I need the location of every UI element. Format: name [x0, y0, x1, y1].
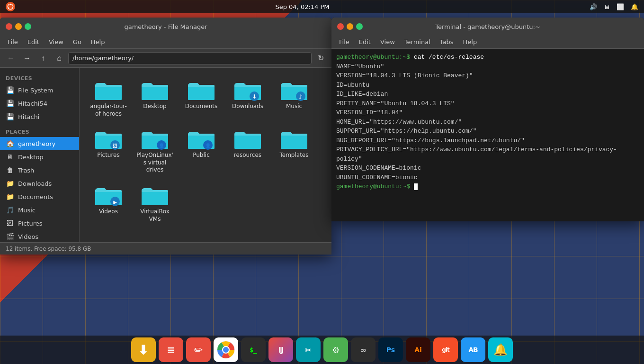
- sidebar-item-downloads[interactable]: 📁 Downloads: [0, 177, 79, 190]
- sidebar-item-filesystem[interactable]: 💾 File System: [0, 83, 79, 97]
- svg-text:♪: ♪: [299, 93, 303, 100]
- photoshop-dock[interactable]: Ps: [378, 337, 403, 362]
- sidebar-item-trash[interactable]: 🗑 Trash: [0, 164, 79, 177]
- sidebar-item-videos[interactable]: 🎬 Videos: [0, 230, 79, 242]
- terminal-output-id: ID=ubuntu: [336, 81, 639, 90]
- file-label-angular: angular-tour-of-heroes: [90, 103, 127, 118]
- intellij-dock[interactable]: IJ: [268, 337, 293, 362]
- file-item-videos[interactable]: ▶ Videos: [87, 181, 130, 226]
- conductor-dock[interactable]: ∞: [351, 337, 376, 362]
- folder-icon-virtualbox: [141, 183, 169, 206]
- terminal-titlebar: ✕ − + Terminal - gametheory@ubuntu:~: [331, 18, 644, 36]
- file-manager-title: gametheory - File Manager: [124, 23, 207, 30]
- up-button[interactable]: ↑: [36, 51, 50, 65]
- sidebar: DEVICES 💾 File System 💾 Hitachi54 💾 Hita…: [0, 68, 80, 242]
- terminal-body[interactable]: gametheory@ubuntu:~$ cat /etc/os-release…: [331, 49, 644, 221]
- folder-icon-resources: [233, 127, 262, 150]
- terminal-menu-terminal[interactable]: Terminal: [401, 37, 434, 46]
- terminal-minimize-button[interactable]: −: [347, 23, 353, 30]
- window-icon[interactable]: ⬜: [617, 3, 624, 10]
- sidebar-item-hitachi54[interactable]: 💾 Hitachi54: [0, 97, 79, 110]
- menu-file[interactable]: File: [4, 37, 22, 46]
- terminal-menu-edit[interactable]: Edit: [355, 37, 375, 46]
- terminal-output-supporturl: SUPPORT_URL="https://help.ubuntu.com/": [336, 127, 639, 136]
- pictures-sidebar-icon: 🖼: [6, 219, 14, 228]
- terminal-menu-file[interactable]: File: [335, 37, 353, 46]
- bell-icon[interactable]: 🔔: [631, 3, 638, 10]
- file-item-pictures[interactable]: 🖼 Pictures: [87, 124, 130, 177]
- file-label-resources: resources: [234, 152, 261, 159]
- volume-icon[interactable]: 🔊: [590, 3, 597, 10]
- window-controls: ✕ − +: [6, 23, 31, 30]
- illustrator-dock[interactable]: Ai: [406, 337, 430, 362]
- menu-go[interactable]: Go: [69, 37, 85, 46]
- ubuntu-logo[interactable]: [6, 2, 15, 11]
- file-item-downloads[interactable]: ⬇ Downloads: [226, 75, 269, 120]
- file-manager-toolbar: ← → ↑ ⌂ /home/gametheory/ ↻: [0, 49, 331, 68]
- maximize-button[interactable]: +: [25, 23, 31, 30]
- file-item-desktop[interactable]: Desktop: [134, 75, 176, 120]
- sidebar-item-hitachi[interactable]: 💾 Hitachi: [0, 110, 79, 123]
- minimize-button[interactable]: −: [15, 23, 22, 30]
- sidebar-item-music[interactable]: 🎵 Music: [0, 203, 79, 217]
- display-icon[interactable]: 🖥: [604, 3, 610, 10]
- back-button[interactable]: ←: [4, 51, 18, 65]
- git-dock[interactable]: git: [433, 337, 458, 362]
- terminal-maximize-button[interactable]: +: [356, 23, 363, 30]
- menu-help[interactable]: Help: [87, 37, 109, 46]
- home-button[interactable]: ⌂: [52, 51, 66, 65]
- notification-dock[interactable]: 🔔: [488, 337, 513, 362]
- folder-icon-documents: [187, 78, 215, 101]
- file-label-playonlinux: PlayOnLinux's virtual drives: [136, 152, 173, 174]
- close-button[interactable]: ✕: [6, 23, 12, 30]
- file-manager-dock[interactable]: ≡: [159, 337, 183, 362]
- file-manager-statusbar: 12 items, Free space: 95.8 GB: [0, 242, 331, 255]
- menu-edit[interactable]: Edit: [24, 37, 43, 46]
- file-label-pictures: Pictures: [97, 152, 120, 159]
- download-manager-dock[interactable]: ⬇: [131, 337, 156, 362]
- forward-button[interactable]: →: [20, 51, 34, 65]
- terminal-output-bugreport: BUG_REPORT_URL="https://bugs.launchpad.n…: [336, 136, 639, 146]
- pictures-label: Pictures: [18, 220, 42, 227]
- file-item-resources[interactable]: resources: [226, 124, 269, 177]
- file-item-angular[interactable]: angular-tour-of-heroes: [87, 75, 130, 120]
- statusbar-text: 12 items, Free space: 95.8 GB: [6, 246, 91, 252]
- file-item-documents[interactable]: Documents: [180, 75, 223, 120]
- file-item-music[interactable]: ♪ Music: [273, 75, 315, 120]
- terminal-menubar: File Edit View Terminal Tabs Help: [331, 36, 644, 49]
- terminal-output-homeurl: HOME_URL="https://www.ubuntu.com/": [336, 118, 639, 127]
- desktop-label: Desktop: [18, 154, 44, 161]
- terminal-cmd-1: cat /etc/os-release: [414, 54, 484, 61]
- terminal-dock[interactable]: $_: [241, 337, 266, 362]
- folder-icon-angular: [94, 78, 123, 101]
- terminal-close-button[interactable]: ✕: [337, 23, 344, 30]
- file-item-templates[interactable]: Templates: [273, 124, 315, 177]
- hitachi54-label: Hitachi54: [18, 100, 47, 107]
- android-studio-dock[interactable]: ⚙: [323, 337, 348, 362]
- menu-view[interactable]: View: [45, 37, 67, 46]
- file-label-documents: Documents: [185, 103, 217, 110]
- chrome-dock[interactable]: [214, 337, 238, 362]
- address-bar[interactable]: /home/gametheory/: [68, 52, 312, 64]
- anydesk-dock[interactable]: AB: [461, 337, 485, 362]
- file-item-playonlinux[interactable]: 👤 PlayOnLinux's virtual drives: [134, 124, 176, 177]
- videos-sidebar-icon: 🎬: [6, 232, 14, 241]
- file-manager-window: ✕ − + gametheory - File Manager File Edi…: [0, 18, 331, 255]
- file-item-virtualbox[interactable]: VirtualBox VMs: [134, 181, 176, 226]
- svg-point-1: [10, 4, 11, 5]
- sidebar-item-desktop[interactable]: 🖥 Desktop: [0, 150, 79, 164]
- hitachi54-icon: 💾: [6, 99, 14, 108]
- vscode-dock[interactable]: ✂: [296, 337, 321, 362]
- text-editor-dock[interactable]: ✏: [186, 337, 211, 362]
- terminal-output-version: VERSION="18.04.3 LTS (Bionic Beaver)": [336, 71, 639, 81]
- sidebar-item-gametheory[interactable]: 🏠 gametheory: [0, 137, 79, 150]
- refresh-button[interactable]: ↻: [313, 51, 328, 65]
- file-item-public[interactable]: 👤 Public: [180, 124, 223, 177]
- terminal-menu-help[interactable]: Help: [459, 37, 481, 46]
- sidebar-item-documents[interactable]: 📁 Documents: [0, 190, 79, 203]
- terminal-menu-view[interactable]: View: [376, 37, 399, 46]
- file-manager-titlebar: ✕ − + gametheory - File Manager: [0, 18, 331, 36]
- file-label-videos: Videos: [99, 208, 118, 216]
- sidebar-item-pictures[interactable]: 🖼 Pictures: [0, 217, 79, 230]
- terminal-menu-tabs[interactable]: Tabs: [436, 37, 457, 46]
